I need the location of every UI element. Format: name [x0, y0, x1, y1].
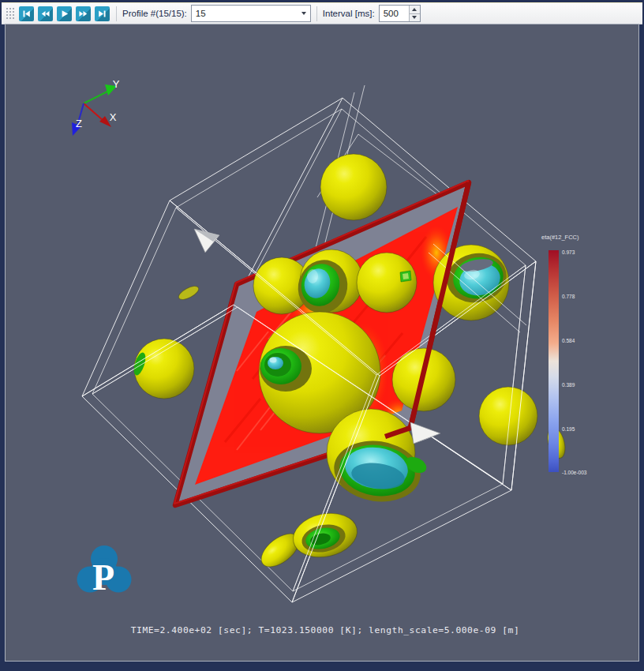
- render-viewport[interactable]: Y X Z eta(#12_FCC) 0.973 0.778 0.584 0.3…: [5, 24, 639, 662]
- interval-spinbox-value: 500: [380, 6, 409, 21]
- isosurfaces: [132, 154, 568, 573]
- toolbar-grip-handle[interactable]: [5, 6, 14, 21]
- toolbar-separator: [116, 6, 117, 21]
- isosurface-sphere: [479, 387, 537, 445]
- play-icon: [59, 9, 69, 19]
- play-button[interactable]: [57, 6, 72, 21]
- skip-first-icon: [21, 9, 32, 19]
- skip-last-button[interactable]: [95, 6, 110, 21]
- x-axis-label: X: [110, 111, 117, 123]
- profile-combobox[interactable]: 15: [191, 5, 311, 22]
- fast-forward-icon: [78, 9, 88, 19]
- isosurface-lens: [177, 283, 200, 302]
- colorbar-tick: 0.389: [562, 382, 575, 388]
- colorbar-title: eta(#12_FCC): [541, 234, 579, 241]
- profile-combobox-value: 15: [192, 9, 298, 18]
- axis-triad: Y X Z: [72, 78, 120, 136]
- plane-handle-arrow[interactable]: [410, 422, 440, 444]
- app-logo: P: [77, 545, 132, 598]
- interval-label: Interval [ms]:: [323, 9, 375, 18]
- rewind-button[interactable]: [38, 6, 53, 21]
- fast-forward-button[interactable]: [76, 6, 91, 21]
- spin-down-icon[interactable]: [410, 14, 420, 22]
- isosurface-sphere: [320, 154, 387, 220]
- interval-spinbox[interactable]: 500: [379, 5, 421, 22]
- isosurface-blob: [256, 508, 361, 573]
- z-axis-label: Z: [76, 118, 82, 129]
- y-axis-label: Y: [113, 78, 120, 90]
- playback-toolbar: Profile #(15/15): 15 Interval [ms]: 500: [2, 2, 642, 24]
- rewind-icon: [40, 9, 51, 19]
- combobox-dropdown-icon[interactable]: [298, 12, 310, 15]
- colorbar-tick: -1.00e-003: [562, 470, 587, 475]
- isosurface-sphere-notched: [357, 253, 417, 313]
- profile-label: Profile #(15/15):: [122, 9, 187, 18]
- spin-up-icon[interactable]: [410, 6, 420, 14]
- colorbar-tick: 0.195: [562, 426, 575, 432]
- colorbar-tick: 0.778: [562, 294, 575, 299]
- colorbar-tick: 0.584: [562, 338, 575, 343]
- colorbar-tick: 0.973: [562, 249, 575, 255]
- skip-last-icon: [97, 9, 107, 19]
- toolbar-separator: [316, 6, 317, 21]
- status-text: TIME=2.400e+02 [sec]; T=1023.150000 [K];…: [131, 625, 520, 635]
- skip-first-button[interactable]: [19, 6, 34, 21]
- logo-letter: P: [92, 557, 114, 598]
- spinbox-buttons: [409, 6, 420, 21]
